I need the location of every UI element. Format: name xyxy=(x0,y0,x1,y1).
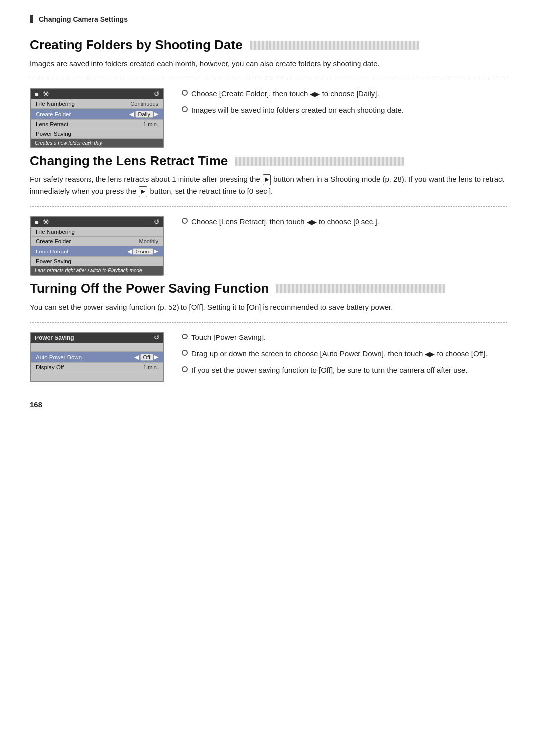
section-title-bar-2 xyxy=(235,157,404,166)
cam-row-power-saving-2: Power Saving xyxy=(31,257,163,266)
cam-row-file-numbering-2: File Numbering xyxy=(31,227,163,237)
bullet-2-1 xyxy=(182,218,188,224)
back-icon-3: ↺ xyxy=(154,334,159,341)
cam-row-auto-power-down-3: Auto Power Down ◀ Off ▶ xyxy=(31,352,163,363)
section-power-saving: Turning Off the Power Saving Function Yo… xyxy=(30,281,507,382)
cam-ui-titlebar-1: ■ ⚒ ↺ xyxy=(31,89,163,99)
list-item-2-1: Choose [Lens Retract], then touch ◀▶ to … xyxy=(182,216,507,228)
section-divider-3 xyxy=(30,322,507,323)
list-item-3-1: Touch [Power Saving]. xyxy=(182,332,507,344)
cam-footer-1: Creates a new folder each day xyxy=(31,139,163,147)
page-header-text: Changing Camera Settings xyxy=(39,15,128,23)
list-item-3-3: If you set the power saving function to … xyxy=(182,364,507,377)
section-title-text-3: Turning Off the Power Saving Function xyxy=(30,281,269,296)
cam-ui-icons-2: ■ ⚒ xyxy=(35,218,49,226)
bullet-1-1 xyxy=(182,90,188,96)
cam-row-create-folder-1: Create Folder ◀ Daily ▶ xyxy=(31,109,163,120)
right-arrow-icon-3: ▶ xyxy=(154,354,158,360)
power-saving-title: Power Saving xyxy=(35,335,151,341)
camera-icon-1: ■ xyxy=(35,90,39,98)
section-instructions-1: Choose [Create Folder], then touch ◀▶ to… xyxy=(182,88,507,121)
section-creating-folders: Creating Folders by Shooting Date Images… xyxy=(30,37,507,148)
section-title-bar-3 xyxy=(276,284,445,293)
cam-ui-2: ■ ⚒ ↺ File Numbering Create Folder Month… xyxy=(30,216,164,276)
bullet-1-2 xyxy=(182,106,188,112)
camera-icon-2: ■ xyxy=(35,218,39,226)
cam-ui-body-1: File Numbering Continuous Create Folder … xyxy=(31,99,163,139)
lr-arrow-icon-3a: ◀▶ xyxy=(425,350,435,358)
section-title-bar-1 xyxy=(250,41,419,50)
cam-row-create-folder-2: Create Folder Monthly xyxy=(31,237,163,246)
section-body-3: You can set the power saving function (p… xyxy=(30,301,507,313)
section-divider-2 xyxy=(30,206,507,207)
left-arrow-icon-1: ◀ xyxy=(129,110,134,118)
section-content-1: ■ ⚒ ↺ File Numbering Continuous Create F… xyxy=(30,88,507,148)
cam-ui-body-3: Auto Power Down ◀ Off ▶ Display Off 1 mi… xyxy=(31,343,163,381)
section-lens-retract: Changing the Lens Retract Time For safet… xyxy=(30,153,507,276)
wrench-icon-2: ⚒ xyxy=(43,218,49,226)
page-header: Changing Camera Settings xyxy=(30,15,507,23)
list-item-3-2: Drag up or down the screen to choose [Au… xyxy=(182,348,507,360)
lr-arrow-icon-1a: ◀▶ xyxy=(310,90,320,98)
cam-row-empty-3 xyxy=(31,372,163,381)
list-item-1-1: Choose [Create Folder], then touch ◀▶ to… xyxy=(182,88,507,100)
section-body-2: For safety reasons, the lens retracts ab… xyxy=(30,173,507,197)
left-arrow-icon-3: ◀ xyxy=(134,353,139,361)
back-icon-1: ↺ xyxy=(154,90,159,98)
section-body-1: Images are saved into folders created ea… xyxy=(30,58,507,70)
section-title-creating-folders: Creating Folders by Shooting Date xyxy=(30,37,507,53)
section-title-lens-retract: Changing the Lens Retract Time xyxy=(30,153,507,168)
cam-row-lens-retract-2: Lens Retract ◀ 0 sec. ▶ xyxy=(31,246,163,257)
cam-ui-1: ■ ⚒ ↺ File Numbering Continuous Create F… xyxy=(30,88,164,148)
section-divider-1 xyxy=(30,79,507,79)
lr-arrow-icon-2a: ◀▶ xyxy=(307,218,317,226)
section-instructions-2: Choose [Lens Retract], then touch ◀▶ to … xyxy=(182,216,507,232)
bullet-3-1 xyxy=(182,334,188,339)
cam-footer-2: Lens retracts right after switch to Play… xyxy=(31,266,163,275)
section-content-2: ■ ⚒ ↺ File Numbering Create Folder Month… xyxy=(30,216,507,276)
section-instructions-3: Touch [Power Saving]. Drag up or down th… xyxy=(182,332,507,380)
section-screenshot-3: Power Saving ↺ Auto Power Down ◀ Off ▶ xyxy=(30,332,164,382)
cam-row-power-saving-1: Power Saving xyxy=(31,129,163,139)
section-content-3: Power Saving ↺ Auto Power Down ◀ Off ▶ xyxy=(30,332,507,382)
cam-ui-body-2: File Numbering Create Folder Monthly Len… xyxy=(31,227,163,266)
section-screenshot-1: ■ ⚒ ↺ File Numbering Continuous Create F… xyxy=(30,88,164,148)
cam-row-display-off-3: Display Off 1 min. xyxy=(31,363,163,372)
bullet-3-2 xyxy=(182,350,188,356)
section-title-text-2: Changing the Lens Retract Time xyxy=(30,153,228,168)
wrench-icon-1: ⚒ xyxy=(43,90,49,98)
playback-icon-1: ▶ xyxy=(263,174,271,185)
section-screenshot-2: ■ ⚒ ↺ File Numbering Create Folder Month… xyxy=(30,216,164,276)
cam-ui-titlebar-3: Power Saving ↺ xyxy=(31,333,163,343)
back-icon-2: ↺ xyxy=(154,218,159,226)
playback-icon-2: ▶ xyxy=(139,186,147,197)
cam-ui-titlebar-2: ■ ⚒ ↺ xyxy=(31,217,163,227)
bullet-3-3 xyxy=(182,366,188,372)
section-title-text-1: Creating Folders by Shooting Date xyxy=(30,37,243,53)
cam-row-spacer-3 xyxy=(31,343,163,352)
right-arrow-icon-2: ▶ xyxy=(154,248,158,254)
cam-row-lens-retract-1: Lens Retract 1 min. xyxy=(31,120,163,129)
page-number: 168 xyxy=(30,400,507,409)
right-arrow-icon-1: ▶ xyxy=(154,111,158,117)
cam-ui-icons-1: ■ ⚒ xyxy=(35,90,49,98)
list-item-1-2: Images will be saved into folders create… xyxy=(182,104,507,117)
left-arrow-icon-2: ◀ xyxy=(127,248,132,255)
cam-ui-3: Power Saving ↺ Auto Power Down ◀ Off ▶ xyxy=(30,332,164,382)
cam-row-file-numbering-1: File Numbering Continuous xyxy=(31,99,163,109)
section-title-power-saving: Turning Off the Power Saving Function xyxy=(30,281,507,296)
